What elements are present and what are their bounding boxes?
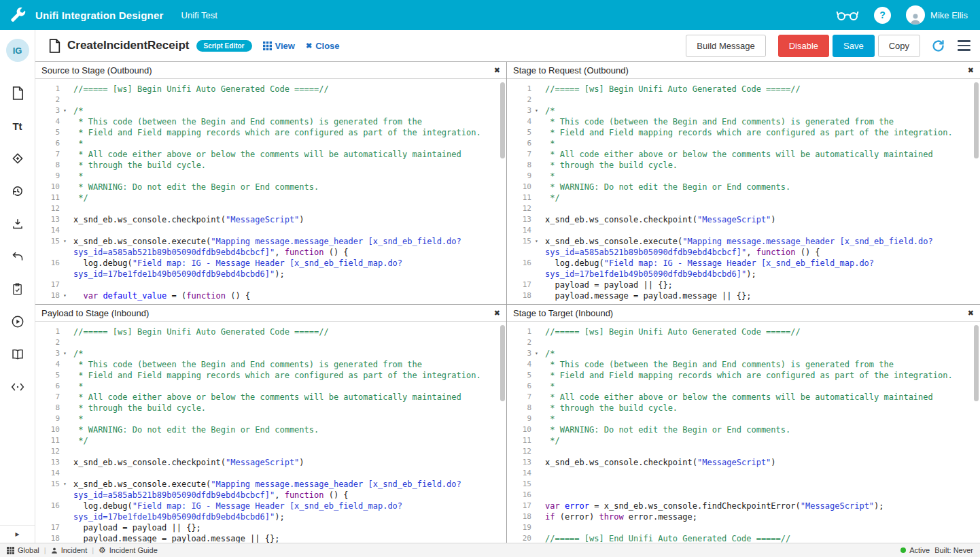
save-button[interactable]: Save <box>833 35 875 57</box>
code-text: x_snd_eb.ws_console.checkpoint("MessageS… <box>542 457 980 468</box>
line-number: 4 <box>507 359 531 370</box>
code-line: 14 <box>507 225 980 236</box>
code-icon[interactable] <box>11 380 24 394</box>
docs-icon[interactable] <box>11 348 24 361</box>
status-bar: Global | Incident | ⚙ Incident Guide Act… <box>0 543 980 557</box>
view-link[interactable]: View <box>263 41 295 51</box>
code-line: 3▾/* <box>35 105 506 116</box>
tasks-icon[interactable] <box>11 282 24 296</box>
incident-guide-item[interactable]: ⚙ Incident Guide <box>99 546 158 554</box>
fold-arrow-icon[interactable]: ▾ <box>531 105 542 116</box>
code-line: 10 * WARNING: Do not edit the Begin or E… <box>507 424 980 435</box>
code-text: payload = payload || {}; <box>542 280 980 290</box>
code-text: * through the build cycle. <box>70 160 506 171</box>
code-line: 7 * All code either above or below the c… <box>507 392 980 403</box>
code-line: 5 * Field and Field mapping records whic… <box>507 127 980 138</box>
field-map-icon[interactable] <box>11 152 24 165</box>
fold-arrow-icon[interactable]: ▾ <box>531 236 542 247</box>
sidebar-expand-arrow[interactable]: ▸ <box>0 525 35 539</box>
fold-arrow-icon[interactable]: ▾ <box>60 479 70 490</box>
line-number: 9 <box>507 413 531 424</box>
line-number: 15 <box>35 479 60 490</box>
line-number: 2 <box>35 95 60 105</box>
code-editor[interactable]: 1//===== [ws] Begin Unifi Auto Generated… <box>35 322 506 543</box>
code-line: 15▾x_snd_eb.ws_console.execute("Mapping … <box>35 236 506 258</box>
close-link[interactable]: ✖ Close <box>306 41 340 51</box>
panel-close-icon[interactable]: ✖ <box>968 309 974 318</box>
code-text: * This code (between the Begin and End c… <box>542 116 980 127</box>
incident-item[interactable]: Incident <box>51 546 88 554</box>
line-number: 16 <box>35 258 60 269</box>
code-text: /* <box>70 348 506 359</box>
code-text: log.debug("Field map: IG - Message Heade… <box>70 501 506 522</box>
line-number: 18 <box>35 533 60 543</box>
fold-arrow-icon[interactable]: ▾ <box>60 290 70 301</box>
menu-icon[interactable] <box>958 40 970 51</box>
line-number: 10 <box>35 182 60 192</box>
user-menu[interactable]: Mike Ellis <box>906 5 968 24</box>
line-number: 14 <box>507 225 531 236</box>
panel-close-icon[interactable]: ✖ <box>968 66 974 75</box>
line-number: 4 <box>35 116 60 127</box>
line-number: 3 <box>35 105 60 116</box>
run-icon[interactable] <box>11 315 24 328</box>
disable-button[interactable]: Disable <box>778 35 829 57</box>
active-label: Active <box>909 546 930 554</box>
line-number: 18 <box>507 290 531 301</box>
history-icon[interactable] <box>11 184 24 198</box>
fold-arrow-icon[interactable]: ▾ <box>60 105 70 116</box>
line-number: 5 <box>507 127 531 138</box>
import-icon[interactable] <box>11 217 24 231</box>
scrollbar-thumb[interactable] <box>500 82 505 158</box>
panel-close-icon[interactable]: ✖ <box>494 66 500 75</box>
code-line: 18 payload.message = payload.message || … <box>35 533 506 543</box>
fold-arrow-icon[interactable]: ▾ <box>60 236 70 247</box>
scrollbar-thumb[interactable] <box>500 325 505 401</box>
line-number: 8 <box>507 160 531 171</box>
code-line: 11 */ <box>507 435 980 446</box>
code-line: 16 log.debug("Field map: IG - Message He… <box>507 258 980 280</box>
global-scope-item[interactable]: Global <box>7 546 39 554</box>
code-text: /* <box>70 105 506 116</box>
code-line: 15▾x_snd_eb.ws_console.execute("Mapping … <box>507 236 980 258</box>
code-editor[interactable]: 1//===== [ws] Begin Unifi Auto Generated… <box>35 79 506 304</box>
code-line: 2 <box>35 337 506 348</box>
panel-close-icon[interactable]: ✖ <box>494 309 500 318</box>
build-message-button[interactable]: Build Message <box>686 35 765 57</box>
code-text: * This code (between the Begin and End c… <box>70 359 506 370</box>
code-editor[interactable]: 1//===== [ws] Begin Unifi Auto Generated… <box>507 79 980 304</box>
help-button[interactable]: ? <box>874 7 891 24</box>
top-navbar: Unifi Integration Designer Unifi Test ? … <box>0 0 980 30</box>
scrollbar-thumb[interactable] <box>974 82 979 158</box>
integration-avatar[interactable]: IG <box>6 39 29 62</box>
code-line: 17 <box>35 280 506 290</box>
line-number: 17 <box>35 280 60 290</box>
code-line: 18if (error) throw error.message; <box>507 511 980 522</box>
document-icon[interactable] <box>11 86 24 100</box>
code-line: 6 * <box>507 138 980 149</box>
line-number: 9 <box>507 171 531 182</box>
line-number: 3 <box>35 348 60 359</box>
fold-arrow-icon[interactable]: ▾ <box>531 348 542 359</box>
code-text: * through the build cycle. <box>70 403 506 413</box>
fold-arrow-icon[interactable]: ▾ <box>60 348 70 359</box>
preview-glasses-icon[interactable] <box>836 9 859 21</box>
code-line: 7 * All code either above or below the c… <box>507 149 980 160</box>
refresh-icon[interactable] <box>931 39 945 53</box>
editor-grid: Source to Stage (Outbound) ✖ 1//===== [w… <box>35 61 980 543</box>
line-number: 20 <box>507 533 531 543</box>
copy-button[interactable]: Copy <box>878 35 920 57</box>
separator: | <box>92 546 94 554</box>
code-text: * <box>70 413 506 424</box>
scrollbar-thumb[interactable] <box>974 325 979 401</box>
app-logo[interactable] <box>0 7 35 23</box>
code-text: x_snd_eb.ws_console.checkpoint("MessageS… <box>70 214 506 225</box>
panel-title: Stage to Request (Outbound) <box>513 65 968 75</box>
text-format-icon[interactable]: Tt <box>11 119 24 133</box>
line-number: 1 <box>507 84 531 95</box>
code-line: 14 <box>507 468 980 479</box>
environment-link[interactable]: Unifi Test <box>181 10 217 20</box>
person-icon <box>909 12 922 24</box>
code-editor[interactable]: 1//===== [ws] Begin Unifi Auto Generated… <box>507 322 980 543</box>
revert-icon[interactable] <box>11 250 24 263</box>
